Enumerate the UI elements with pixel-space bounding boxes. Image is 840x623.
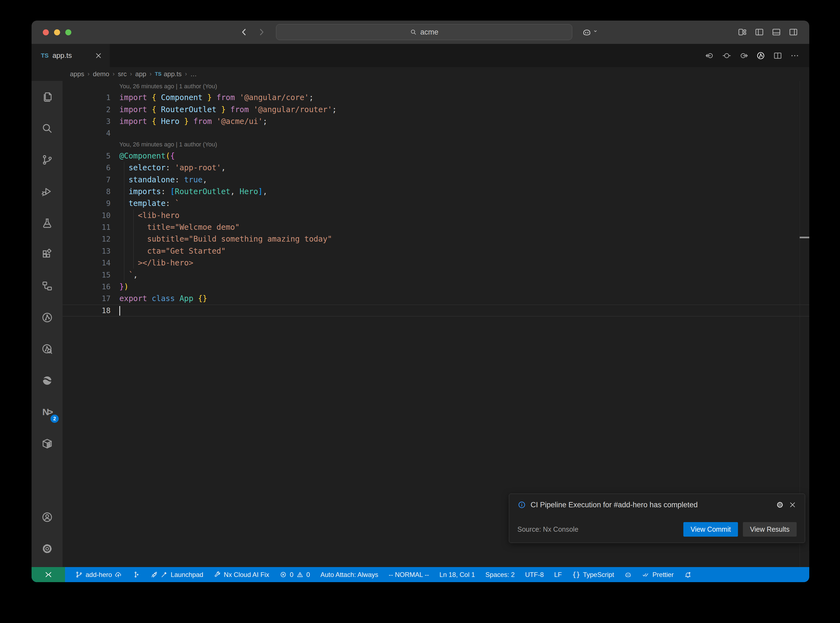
more-actions-icon[interactable] [790, 51, 799, 60]
close-window-button[interactable] [43, 29, 49, 35]
code-line[interactable]: 1import { Component } from '@angular/cor… [63, 92, 809, 103]
command-center-search[interactable]: acme [276, 24, 572, 40]
line-number: 18 [63, 306, 111, 315]
code-line[interactable]: 6 selector: 'app-root', [63, 162, 809, 173]
check-double-icon [642, 571, 650, 578]
activity-item-account[interactable] [32, 501, 63, 533]
breadcrumb-label: demo [93, 70, 109, 78]
nav-current-icon[interactable] [722, 51, 731, 60]
bell-dot-icon [684, 571, 692, 578]
activity-item-testing[interactable] [32, 207, 63, 239]
status-item-commit-graph-status[interactable] [132, 571, 140, 578]
code-line[interactable]: 13 cta="Get Started" [63, 245, 809, 257]
activity-item-run-debug[interactable] [32, 175, 63, 207]
activity-item-commit-graph[interactable] [32, 302, 63, 333]
status-item-language-mode[interactable]: {}TypeScript [572, 571, 614, 578]
code-line[interactable]: 16}) [63, 281, 809, 293]
code-line[interactable]: 10 <lib-hero [63, 210, 809, 221]
status-item-notifications-bell[interactable] [684, 571, 692, 578]
notification-settings-gear-icon[interactable] [776, 501, 784, 509]
copilot-icon [582, 27, 592, 37]
customize-layout-icon[interactable] [737, 27, 747, 37]
code-line[interactable]: 2import { RouterOutlet } from '@angular/… [63, 103, 809, 115]
status-item-indentation[interactable]: Spaces: 2 [485, 571, 514, 578]
activity-item-source-control[interactable] [32, 144, 63, 175]
activity-item-references[interactable] [32, 270, 63, 302]
activity-item-settings[interactable] [32, 533, 63, 564]
line-number: 13 [63, 247, 111, 255]
status-item-encoding[interactable]: UTF-8 [525, 571, 544, 578]
breadcrumb-item[interactable]: app [135, 70, 146, 78]
code-line[interactable]: 7 standalone: true, [63, 173, 809, 186]
notification-close-icon[interactable] [788, 501, 797, 509]
line-number: 7 [63, 175, 111, 184]
status-item-eol[interactable]: LF [554, 571, 562, 578]
code-line[interactable]: 17export class App {} [63, 293, 809, 304]
breadcrumb-item[interactable]: demo [93, 70, 109, 78]
source-control-icon [41, 153, 54, 166]
close-tab-icon[interactable] [94, 52, 103, 60]
breadcrumb-item[interactable]: apps [70, 70, 84, 78]
activity-item-extensions[interactable] [32, 239, 63, 270]
status-item-copilot-status[interactable] [624, 571, 632, 578]
code-line[interactable]: 3import { Hero } from '@acme/ui'; [63, 115, 809, 127]
notification-toast: CI Pipeline Execution for #add-hero has … [509, 494, 805, 543]
activity-item-nx-console[interactable]: N>2 [32, 396, 63, 428]
code-line[interactable]: 4 [63, 127, 809, 139]
activity-item-console-swirl[interactable] [32, 365, 63, 396]
code-line[interactable]: 18 [63, 305, 809, 316]
status-item-launchpad-status[interactable]: Launchpad [150, 571, 203, 578]
tab-app-ts[interactable]: TS app.ts [32, 44, 110, 67]
tab-filename: app.ts [52, 51, 91, 60]
window-controls [43, 29, 71, 35]
git-commit-icon [132, 571, 140, 578]
code-line[interactable]: 5@Component({ [63, 150, 809, 162]
status-item-cursor-position[interactable]: Ln 18, Col 1 [439, 571, 475, 578]
zoom-window-button[interactable] [65, 29, 71, 35]
minimize-window-button[interactable] [54, 29, 60, 35]
code-line[interactable]: 9 template: ` [63, 198, 809, 209]
toggle-panel-icon[interactable] [771, 27, 781, 37]
status-item-git-branch-status[interactable]: add-hero [75, 571, 122, 578]
activity-item-containers[interactable] [32, 428, 63, 459]
status-item-nx-cloud-ai-fix[interactable]: Nx Cloud AI Fix [214, 571, 269, 578]
history-back-icon[interactable] [239, 27, 250, 38]
breadcrumb-item[interactable]: … [190, 70, 197, 78]
line-number: 11 [63, 223, 111, 232]
activity-item-search[interactable] [32, 112, 63, 144]
warning-triangle-icon [296, 571, 304, 578]
code-line[interactable]: 11 title="Welcmoe demo" [63, 221, 809, 233]
view-results-button[interactable]: View Results [743, 522, 797, 537]
history-forward-icon[interactable] [256, 27, 267, 38]
code-line[interactable]: 14 ></lib-hero> [63, 257, 809, 269]
git-blame-annotation[interactable]: You, 26 minutes ago | 1 author (You) [63, 139, 809, 150]
status-label: Prettier [653, 571, 674, 578]
status-item-prettier[interactable]: Prettier [642, 571, 674, 578]
status-item-remote-indicator[interactable] [32, 567, 65, 582]
commit-graph-button-icon[interactable] [756, 51, 765, 60]
nav-forward-icon[interactable] [739, 51, 748, 60]
view-commit-button[interactable]: View Commit [683, 522, 738, 537]
code-line[interactable]: 8 imports: [RouterOutlet, Hero], [63, 186, 809, 198]
status-label: Launchpad [170, 571, 203, 578]
toggle-primary-sidebar-icon[interactable] [754, 27, 764, 37]
activity-item-graph-search[interactable] [32, 333, 63, 365]
status-label: 0 [306, 571, 310, 578]
status-label: add-hero [86, 571, 112, 578]
status-item-problems[interactable]: 00 [279, 571, 310, 578]
status-item-auto-attach[interactable]: Auto Attach: Always [320, 571, 378, 578]
git-blame-annotation[interactable]: You, 26 minutes ago | 1 author (You) [63, 81, 809, 92]
code-line[interactable]: 15 `, [63, 269, 809, 281]
activity-item-explorer[interactable] [32, 81, 63, 112]
error-circle-icon [279, 571, 287, 578]
copilot-menu[interactable] [582, 27, 599, 37]
status-item-vim-mode[interactable]: -- NORMAL -- [389, 571, 429, 578]
code-line[interactable]: 12 subtitle="Build something amazing tod… [63, 233, 809, 245]
breadcrumb-item[interactable]: TSapp.ts [155, 70, 181, 78]
breadcrumb-item[interactable]: src [118, 70, 127, 78]
account-icon [41, 511, 54, 523]
nav-back-icon[interactable] [705, 51, 714, 60]
split-editor-icon[interactable] [773, 51, 782, 60]
line-number: 12 [63, 235, 111, 243]
toggle-secondary-sidebar-icon[interactable] [788, 27, 798, 37]
